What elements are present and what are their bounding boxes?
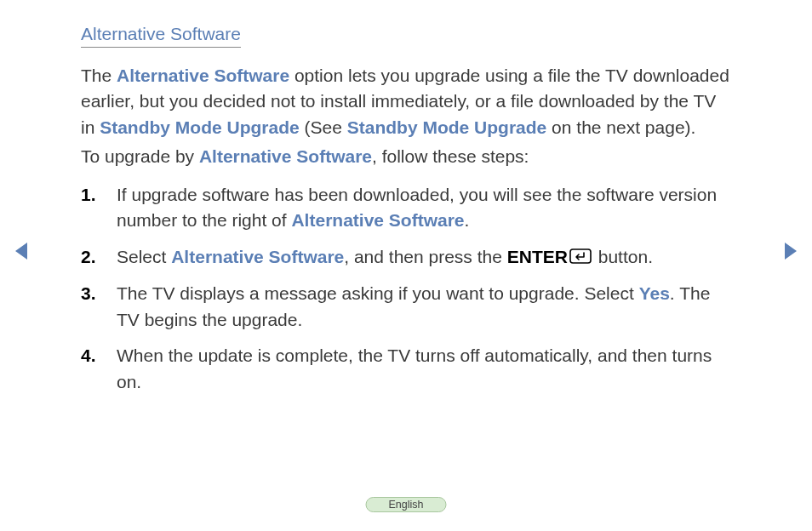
next-page-arrow[interactable]	[785, 243, 797, 260]
term-alternative-software: Alternative Software	[117, 66, 289, 85]
section-heading: Alternative Software	[81, 24, 241, 48]
enter-icon	[569, 245, 592, 271]
step-number: 3.	[81, 281, 117, 333]
step-item: 3. The TV displays a message asking if y…	[81, 281, 731, 333]
text: on the next page).	[546, 117, 695, 137]
text: When the update is complete, the TV turn…	[117, 345, 712, 391]
step-item: 4. When the update is complete, the TV t…	[81, 343, 731, 395]
text: To upgrade by	[81, 146, 199, 166]
term-yes: Yes	[639, 283, 670, 303]
language-badge: English	[366, 497, 447, 512]
term-alternative-software: Alternative Software	[171, 247, 344, 266]
text: , follow these steps:	[372, 146, 529, 166]
svg-rect-0	[570, 249, 591, 263]
step-text: If upgrade software has been downloaded,…	[117, 182, 731, 234]
term-standby-mode-upgrade: Standby Mode Upgrade	[100, 117, 300, 137]
prev-page-arrow[interactable]	[15, 243, 27, 260]
step-number: 4.	[81, 343, 117, 395]
followup-paragraph: To upgrade by Alternative Software, foll…	[81, 144, 731, 169]
step-item: 1. If upgrade software has been download…	[81, 182, 731, 234]
text: The	[81, 66, 117, 85]
text: (See	[300, 117, 347, 137]
step-text: When the update is complete, the TV turn…	[117, 343, 731, 395]
step-number: 2.	[81, 244, 117, 271]
page-content: Alternative Software The Alternative Sof…	[0, 0, 812, 395]
term-alternative-software: Alternative Software	[199, 146, 372, 166]
step-text: The TV displays a message asking if you …	[117, 281, 731, 333]
text: button.	[593, 247, 653, 266]
text: , and then press the	[344, 247, 506, 266]
steps-list: 1. If upgrade software has been download…	[81, 182, 731, 395]
intro-paragraph: The Alternative Software option lets you…	[81, 63, 731, 140]
text: Select	[117, 247, 171, 266]
term-alternative-software: Alternative Software	[291, 210, 464, 230]
step-number: 1.	[81, 182, 117, 234]
enter-label: ENTER	[507, 247, 568, 266]
step-text: Select Alternative Software, and then pr…	[117, 244, 731, 271]
text: .	[465, 210, 470, 230]
term-standby-mode-upgrade-link: Standby Mode Upgrade	[347, 117, 547, 137]
text: The TV displays a message asking if you …	[117, 283, 639, 303]
step-item: 2. Select Alternative Software, and then…	[81, 244, 731, 271]
